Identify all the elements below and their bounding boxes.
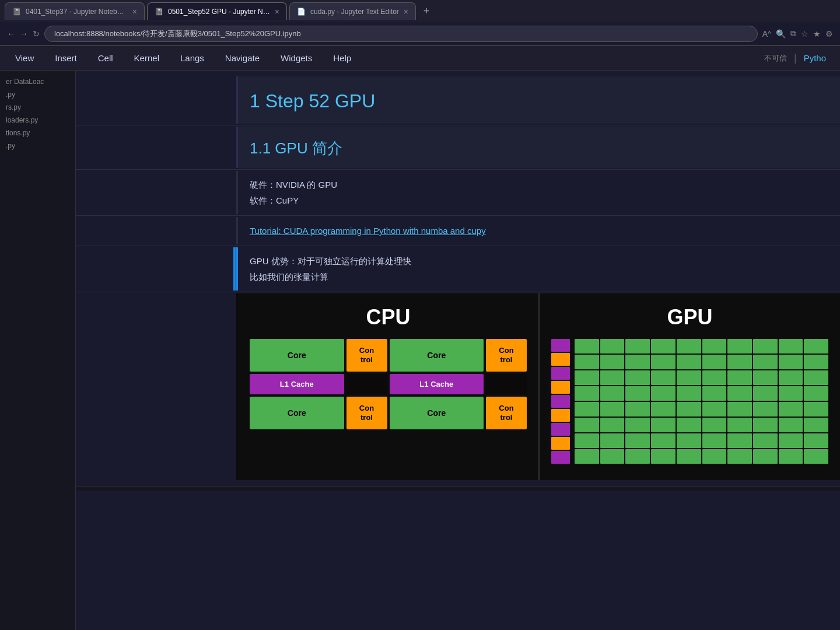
gpu-core-s-15 xyxy=(677,355,701,369)
sidebar-item-0[interactable]: er DataLoac xyxy=(0,75,75,88)
gpu-core-s-21 xyxy=(575,370,599,385)
gpu-label: GPU xyxy=(667,305,712,330)
divider-3 xyxy=(76,215,840,216)
cpu-cache-1: L1 Cache xyxy=(250,374,344,394)
new-tab-button[interactable]: + xyxy=(418,3,435,19)
gpu-core-s-69 xyxy=(779,433,803,448)
extensions-icon[interactable]: ⚙ xyxy=(825,29,833,38)
cell-content-tutorial[interactable]: Tutorial: CUDA programming in Python wit… xyxy=(236,217,840,244)
gpu-core-s-72 xyxy=(600,449,625,464)
gpu-core-s-79 xyxy=(779,449,803,464)
menu-navigate[interactable]: Navigate xyxy=(215,50,270,66)
gpu-core-s-40 xyxy=(804,386,828,401)
gpu-core-s-78 xyxy=(753,449,778,464)
gpu-core-s-55 xyxy=(677,418,701,432)
gpu-core-s-36 xyxy=(702,386,727,401)
cell-content-h2[interactable]: 1.1 GPU 简介 xyxy=(236,127,840,168)
menu-help[interactable]: Help xyxy=(323,50,362,66)
menu-cell[interactable]: Cell xyxy=(88,50,124,66)
cell-content-hwsw[interactable]: 硬件：NVIDIA 的 GPU 软件：CuPY xyxy=(236,171,840,214)
search-address-icon[interactable]: 🔍 xyxy=(776,29,786,38)
main-layout: er DataLoac .py rs.py loaders.py tions.p… xyxy=(0,71,840,630)
gpu-core-s-35 xyxy=(677,386,701,401)
menu-divider: | xyxy=(794,52,797,64)
gpu-core-s-10 xyxy=(804,339,828,354)
tab-2-close[interactable]: × xyxy=(275,7,279,16)
cell-gutter-adv xyxy=(76,247,236,290)
browser-chrome: 📓 0401_Step37 - Jupyter Notebook × 📓 050… xyxy=(0,0,840,46)
gpu-core-s-28 xyxy=(753,370,778,385)
tab-2[interactable]: 📓 0501_Step52 GPU - Jupyter Note... × xyxy=(147,2,287,20)
gpu-mem-purple-5 xyxy=(551,451,570,464)
sidebar-item-2[interactable]: rs.py xyxy=(0,101,75,114)
favorites-icon[interactable]: ★ xyxy=(813,29,821,38)
gpu-core-s-30 xyxy=(804,370,828,385)
menu-view[interactable]: View xyxy=(5,50,44,66)
menu-widgets[interactable]: Widgets xyxy=(270,50,323,66)
cell-gutter-h2 xyxy=(76,127,236,168)
gpu-core-s-8 xyxy=(753,339,778,354)
cache-spacer-1 xyxy=(346,374,387,394)
gpu-core-s-44 xyxy=(651,402,676,416)
gpu-core-s-53 xyxy=(625,418,650,432)
cell-content-diagram: CPU Core Control Core Control L1 Cac xyxy=(236,293,840,480)
address-input[interactable] xyxy=(44,26,758,42)
sidebar-item-3[interactable]: loaders.py xyxy=(0,114,75,127)
menu-right: 不可信 | Pytho xyxy=(764,52,835,64)
cell-content-advantage[interactable]: GPU 优势：对于可独立运行的计算处理快 比如我们的张量计算 xyxy=(236,247,840,290)
gpu-memory-bar xyxy=(551,339,570,464)
tab-3-close[interactable]: × xyxy=(404,7,408,16)
menu-kernel[interactable]: Kernel xyxy=(124,50,170,66)
gpu-core-s-49 xyxy=(779,402,803,416)
gpu-core-s-29 xyxy=(779,370,803,385)
sidebar-item-4[interactable]: tions.py xyxy=(0,127,75,139)
bookmark-icon[interactable]: ☆ xyxy=(801,29,808,38)
sidebar-item-1[interactable]: .py xyxy=(0,88,75,101)
gpu-core-s-26 xyxy=(702,370,727,385)
gpu-core-s-57 xyxy=(727,418,752,432)
gpu-core-s-73 xyxy=(625,449,650,464)
forward-icon[interactable]: → xyxy=(20,29,28,38)
cpu-core-1: Core xyxy=(250,339,344,372)
gpu-core-s-58 xyxy=(753,418,778,432)
cells-container: 1 Step 52 GPU 1.1 GPU 简介 硬件：NVIDIA 的 GPU… xyxy=(76,71,840,486)
tab-1-close[interactable]: × xyxy=(132,7,137,16)
gpu-core-s-7 xyxy=(727,339,752,354)
gpu-core-s-16 xyxy=(702,355,727,369)
advantage-line1: GPU 优势：对于可独立运行的计算处理快 xyxy=(250,253,828,269)
aA-icon[interactable]: Aᴬ xyxy=(762,29,771,38)
gpu-core-s-46 xyxy=(702,402,727,416)
gpu-core-s-54 xyxy=(651,418,676,432)
h-scrollbar[interactable] xyxy=(76,486,840,491)
gpu-core-s-56 xyxy=(702,418,727,432)
menu-insert[interactable]: Insert xyxy=(44,50,88,66)
tab-1[interactable]: 📓 0401_Step37 - Jupyter Notebook × xyxy=(5,2,145,20)
gpu-core-s-41 xyxy=(575,402,599,416)
gpu-core-s-62 xyxy=(600,433,625,448)
gpu-core-s-23 xyxy=(625,370,650,385)
tab-2-title: 0501_Step52 GPU - Jupyter Note... xyxy=(168,8,270,16)
cell-gutter-h1 xyxy=(76,76,236,124)
address-bar: ← → ↻ Aᴬ 🔍 ⧉ ☆ ★ ⚙ xyxy=(0,22,840,46)
gpu-core-s-5 xyxy=(677,339,701,354)
cpu-core-2: Core xyxy=(390,339,484,372)
advantage-line2: 比如我们的张量计算 xyxy=(250,269,828,285)
cell-heading2: 1.1 GPU 简介 xyxy=(76,127,840,168)
trust-status: 不可信 xyxy=(764,53,787,64)
software-label: 软件：CuPY xyxy=(250,192,828,208)
cell-gutter-diagram xyxy=(76,293,236,480)
diagram-inner: CPU Core Control Core Control L1 Cac xyxy=(238,293,840,480)
menu-langs[interactable]: Langs xyxy=(170,50,215,66)
refresh-icon[interactable]: ↻ xyxy=(33,29,40,38)
back-icon[interactable]: ← xyxy=(7,29,15,38)
sidebar-item-5[interactable]: .py xyxy=(0,139,75,152)
gpu-core-s-9 xyxy=(779,339,803,354)
tab-view-icon[interactable]: ⧉ xyxy=(790,29,796,38)
cell-content-h1[interactable]: 1 Step 52 GPU xyxy=(236,76,840,124)
tab-3[interactable]: 📄 cuda.py - Jupyter Text Editor × xyxy=(289,2,416,20)
cache-spacer-2 xyxy=(486,374,527,394)
cpu-control-3: Control xyxy=(346,397,387,429)
tutorial-link[interactable]: Tutorial: CUDA programming in Python wit… xyxy=(250,226,486,236)
gpu-core-s-71 xyxy=(575,449,599,464)
gpu-core-s-32 xyxy=(600,386,625,401)
